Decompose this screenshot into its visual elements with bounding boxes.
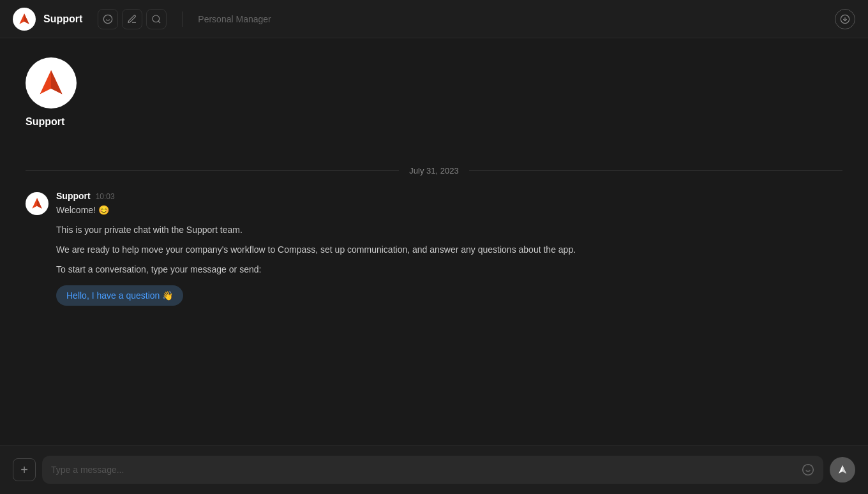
header-divider [182,11,183,27]
message-content: Support 10:03 Welcome! 😊 This is your pr… [56,191,842,306]
add-attachment-button[interactable]: + [13,458,36,481]
message-time: 10:03 [96,192,115,201]
svg-marker-10 [51,70,63,94]
header: Support [0,0,868,38]
profile-name: Support [26,116,64,128]
message-input-wrapper [42,456,823,484]
channel-name: Support [43,13,82,25]
message-text: Welcome! 😊 This is your private chat wit… [56,204,842,276]
message-input[interactable] [51,465,802,475]
date-separator: July 31, 2023 [26,166,842,176]
search-icon-btn[interactable] [146,9,167,29]
channel-logo [13,8,36,31]
download-icon-btn[interactable] [835,9,855,29]
message-line-1: Welcome! 😊 [56,204,842,217]
send-button[interactable] [830,457,855,483]
message-line-3: We are ready to help move your company's… [56,243,842,257]
header-left: Support [13,8,271,31]
header-subtitle: Personal Manager [198,14,271,24]
message-sender: Support [56,191,91,201]
message-line-4: To start a conversation, type your messa… [56,263,842,276]
edit-icon-btn[interactable] [122,9,142,29]
svg-marker-12 [37,198,42,209]
svg-marker-17 [842,465,846,474]
profile-avatar [26,57,77,109]
svg-marker-1 [24,13,29,24]
message-avatar [26,192,49,215]
input-area: + [0,445,868,494]
message-group: Support 10:03 Welcome! 😊 This is your pr… [26,191,842,306]
svg-point-2 [104,15,112,23]
date-separator-text: July 31, 2023 [409,166,458,176]
svg-line-6 [158,21,160,23]
date-line-right [469,170,842,171]
reaction-icon-btn[interactable] [98,9,118,29]
header-right [835,9,855,29]
emoji-button[interactable] [802,463,814,476]
header-icons [98,9,167,29]
date-line-left [26,170,399,171]
message-header: Support 10:03 [56,191,842,201]
svg-point-5 [153,15,160,22]
profile-section: Support [26,57,842,153]
quick-reply-button[interactable]: Hello, I have a question 👋 [56,285,183,306]
chat-area: Support July 31, 2023 Support 10:03 Welc… [0,38,868,445]
svg-point-13 [803,465,814,475]
message-line-2: This is your private chat with the Suppo… [56,223,842,237]
